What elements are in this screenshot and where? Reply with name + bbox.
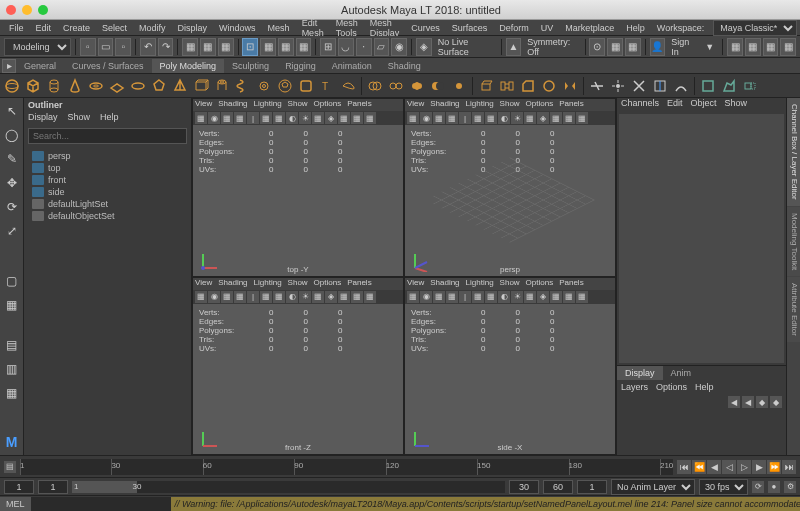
boolean-union-icon[interactable] (407, 76, 427, 96)
bevel-icon[interactable] (518, 76, 538, 96)
layer-tab-display[interactable]: Display (617, 366, 663, 380)
layer-menu-options[interactable]: Options (656, 382, 687, 392)
outliner-item-lightset[interactable]: defaultLightSet (28, 198, 187, 210)
select-object-button[interactable]: ▦ (200, 38, 216, 56)
toolbox-panel-button[interactable]: ▦ (780, 38, 796, 56)
menu-curves[interactable]: Curves (406, 22, 445, 34)
layer-movedown-icon[interactable]: ◀ (742, 396, 754, 408)
snap-plane-button[interactable]: ▱ (374, 38, 390, 56)
tab-modeling-toolkit[interactable]: Modeling Toolkit (787, 207, 800, 276)
ipr-button[interactable]: ▦ (625, 38, 641, 56)
close-icon[interactable] (6, 5, 16, 15)
viewport-side[interactable]: ViewShadingLightingShowOptionsPanels ▦◉▦… (404, 277, 616, 456)
go-end-icon[interactable]: ⏭ (782, 460, 796, 474)
menu-windows[interactable]: Windows (214, 22, 261, 34)
poly-plane-icon[interactable] (107, 76, 127, 96)
menu-help[interactable]: Help (621, 22, 650, 34)
fps-select[interactable]: 30 fps (699, 479, 748, 495)
range-mid2-input[interactable] (543, 480, 573, 494)
go-start-icon[interactable]: ⏮ (677, 460, 691, 474)
channel-menu-object[interactable]: Object (691, 98, 717, 112)
poly-gear-icon[interactable] (254, 76, 274, 96)
poly-torus-icon[interactable] (86, 76, 106, 96)
multicut-icon[interactable] (587, 76, 607, 96)
menu-modify[interactable]: Modify (134, 22, 171, 34)
select-hierarchy-button[interactable]: ▦ (182, 38, 198, 56)
layout-single-icon[interactable]: ▢ (3, 272, 21, 290)
outliner-item-side[interactable]: side (28, 186, 187, 198)
outliner-menu-help[interactable]: Help (100, 112, 119, 126)
viewport-persp[interactable]: ViewShadingLightingShowOptionsPanels ▦◉▦… (404, 98, 616, 277)
shelf-tab-animation[interactable]: Animation (324, 59, 380, 73)
prefs-icon[interactable]: ⚙ (784, 481, 796, 493)
time-ruler[interactable]: 1 30 60 90 120 150 180 210 (20, 459, 673, 475)
snap-grid-button[interactable]: ⊞ (320, 38, 336, 56)
outliner-item-persp[interactable]: persp (28, 150, 187, 162)
save-scene-button[interactable]: ▫ (115, 38, 131, 56)
smooth-icon[interactable] (539, 76, 559, 96)
poly-pyramid-icon[interactable] (170, 76, 190, 96)
mirror-icon[interactable] (560, 76, 580, 96)
shelf-tab-polymodeling[interactable]: Poly Modeling (152, 59, 225, 73)
play-back-icon[interactable]: ◁ (722, 460, 736, 474)
move-tool-icon[interactable]: ✥ (3, 174, 21, 192)
next-key-icon[interactable]: ▶ (752, 460, 766, 474)
snap-curve-button[interactable]: ◡ (338, 38, 354, 56)
create-poly-icon[interactable] (719, 76, 739, 96)
range-start-input[interactable] (4, 480, 34, 494)
paint-select-icon[interactable]: ✎ (3, 150, 21, 168)
menu-edit[interactable]: Edit (31, 22, 57, 34)
poly-disc-icon[interactable] (128, 76, 148, 96)
toolbox-shelf-button[interactable]: ▦ (763, 38, 779, 56)
quad-draw-icon[interactable] (698, 76, 718, 96)
select-uv-button[interactable]: ▦ (296, 38, 312, 56)
outliner-menu-show[interactable]: Show (68, 112, 91, 126)
poly-cone-icon[interactable] (65, 76, 85, 96)
viewport-top[interactable]: ViewShadingLightingShowOptionsPanels ▦◉▦… (192, 98, 404, 277)
poly-helix-icon[interactable] (233, 76, 253, 96)
menuset-select[interactable]: Modeling (4, 38, 71, 56)
select-face-button[interactable]: ▦ (278, 38, 294, 56)
poly-cube-icon[interactable] (23, 76, 43, 96)
poly-cylinder-icon[interactable] (44, 76, 64, 96)
shelf-tab-sculpting[interactable]: Sculpting (224, 59, 277, 73)
channel-menu-channels[interactable]: Channels (621, 98, 659, 112)
scale-tool-icon[interactable]: ⤢ (3, 222, 21, 240)
play-fwd-icon[interactable]: ▷ (737, 460, 751, 474)
boolean-inter-icon[interactable] (449, 76, 469, 96)
poly-prism-icon[interactable] (191, 76, 211, 96)
menu-deform[interactable]: Deform (494, 22, 534, 34)
layout-three-icon[interactable]: ▦ (3, 384, 21, 402)
poly-soccer-icon[interactable] (275, 76, 295, 96)
poly-type-icon[interactable]: T (317, 76, 337, 96)
layer-new-icon[interactable]: ◆ (756, 396, 768, 408)
menu-file[interactable]: File (4, 22, 29, 34)
toolbox-grid-button[interactable]: ▦ (727, 38, 743, 56)
select-tool-icon[interactable]: ↖ (3, 102, 21, 120)
mel-label[interactable]: MEL (0, 497, 31, 511)
viewport-front[interactable]: ViewShadingLightingShowOptionsPanels ▦◉▦… (192, 277, 404, 456)
layout-two-v-icon[interactable]: ▤ (3, 336, 21, 354)
menu-select[interactable]: Select (97, 22, 132, 34)
minimize-icon[interactable] (22, 5, 32, 15)
range-mid1-input[interactable] (509, 480, 539, 494)
layer-menu-help[interactable]: Help (695, 382, 714, 392)
prev-key-icon[interactable]: ◀ (707, 460, 721, 474)
target-weld-icon[interactable] (608, 76, 628, 96)
tab-attribute-editor[interactable]: Attribute Editor (787, 277, 800, 342)
maximize-icon[interactable] (38, 5, 48, 15)
autokey-icon[interactable]: ● (768, 481, 780, 493)
outliner-item-objectset[interactable]: defaultObjectSet (28, 210, 187, 222)
render-button[interactable]: ▦ (607, 38, 623, 56)
construction-history-button[interactable]: ⊙ (589, 38, 605, 56)
loop-icon[interactable]: ⟳ (752, 481, 764, 493)
bridge-icon[interactable] (497, 76, 517, 96)
poly-sphere-icon[interactable] (2, 76, 22, 96)
layer-moveup-icon[interactable]: ◀ (728, 396, 740, 408)
step-back-icon[interactable]: ⏪ (692, 460, 706, 474)
channel-menu-show[interactable]: Show (725, 98, 748, 112)
new-scene-button[interactable]: ▫ (80, 38, 96, 56)
menu-display[interactable]: Display (173, 22, 213, 34)
select-edge-button[interactable]: ▦ (260, 38, 276, 56)
command-input[interactable] (31, 497, 171, 511)
